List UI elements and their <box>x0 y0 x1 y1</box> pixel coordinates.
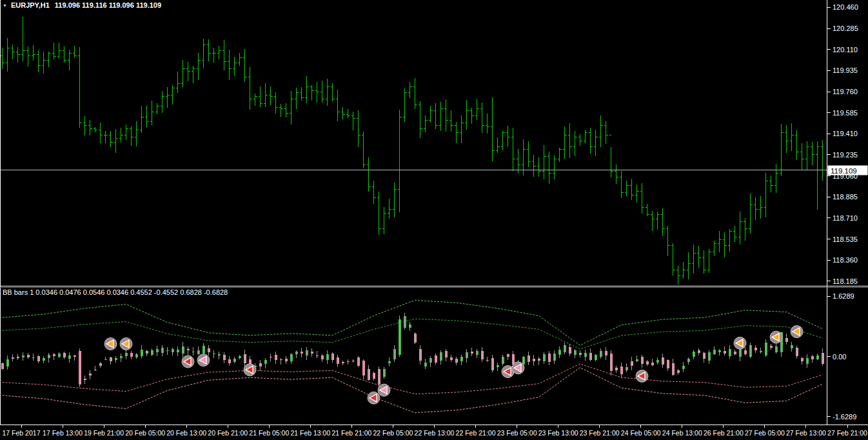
sub-plot[interactable] <box>1 300 824 412</box>
signal-marker <box>104 337 117 350</box>
svg-text:22 Feb 13:00: 22 Feb 13:00 <box>415 429 455 437</box>
svg-text:20 Feb 13:00: 20 Feb 13:00 <box>166 429 206 437</box>
svg-text:118.360: 118.360 <box>833 256 858 264</box>
svg-text:20 Feb 21:00: 20 Feb 21:00 <box>208 429 248 437</box>
svg-text:19 Feb 21:00: 19 Feb 21:00 <box>84 429 124 437</box>
svg-text:26 Feb 21:00: 26 Feb 21:00 <box>704 429 744 437</box>
signal-marker <box>734 337 746 349</box>
svg-text:120.285: 120.285 <box>833 25 858 32</box>
signal-marker <box>512 362 524 374</box>
signal-marker <box>182 355 194 368</box>
svg-text:27 Feb 21:00: 27 Feb 21:00 <box>827 429 867 437</box>
signal-marker <box>378 384 390 396</box>
svg-text:119.410: 119.410 <box>833 130 858 137</box>
svg-text:21 Feb 05:00: 21 Feb 05:00 <box>249 429 289 437</box>
signal-marker <box>770 331 782 343</box>
svg-text:27 Feb 05:00: 27 Feb 05:00 <box>745 429 785 437</box>
signal-marker <box>244 364 256 376</box>
indicator-axis[interactable]: 1.62890.00-1.6289 <box>827 292 857 421</box>
svg-text:-1.6289: -1.6289 <box>833 413 856 421</box>
svg-text:119.935: 119.935 <box>833 66 858 74</box>
svg-text:23 Feb 21:00: 23 Feb 21:00 <box>580 429 620 437</box>
svg-text:22 Feb 05:00: 22 Feb 05:00 <box>373 429 413 437</box>
svg-text:120.460: 120.460 <box>833 3 858 11</box>
current-price-label: 119.109 <box>828 166 868 175</box>
signal-marker <box>120 337 132 350</box>
main-plot[interactable] <box>0 17 827 285</box>
svg-text:21 Feb 21:00: 21 Feb 21:00 <box>331 429 371 437</box>
svg-text:0.00: 0.00 <box>833 353 846 361</box>
svg-text:119.109: 119.109 <box>831 167 857 175</box>
svg-text:17 Feb 2017: 17 Feb 2017 <box>3 429 41 437</box>
svg-text:119.760: 119.760 <box>833 88 858 95</box>
bb-band-lower-inner <box>3 364 823 394</box>
price-bars <box>1 17 825 285</box>
svg-text:118.885: 118.885 <box>833 193 858 201</box>
svg-text:120.110: 120.110 <box>833 46 858 54</box>
svg-text:119.585: 119.585 <box>833 109 858 117</box>
svg-text:24 Feb 13:00: 24 Feb 13:00 <box>662 429 702 437</box>
svg-text:119.235: 119.235 <box>833 151 858 159</box>
svg-text:23 Feb 13:00: 23 Feb 13:00 <box>538 429 578 437</box>
svg-text:118.535: 118.535 <box>833 235 858 243</box>
svg-text:27 Feb 13:00: 27 Feb 13:00 <box>786 429 826 437</box>
signal-marker <box>197 354 210 366</box>
bb-band-lower-outer <box>3 368 823 413</box>
svg-text:23 Feb 05:00: 23 Feb 05:00 <box>497 429 537 437</box>
svg-text:22 Feb 21:00: 22 Feb 21:00 <box>456 429 496 437</box>
signal-marker <box>636 370 648 382</box>
signal-marker <box>368 392 380 404</box>
svg-text:118.185: 118.185 <box>833 277 858 285</box>
price-axis[interactable]: 120.460120.285120.110119.935119.760119.5… <box>827 3 858 285</box>
window-frame <box>1 0 827 425</box>
svg-text:17 Feb 13:00: 17 Feb 13:00 <box>43 429 83 437</box>
time-axis[interactable]: 17 Feb 201717 Feb 13:0019 Feb 21:0020 Fe… <box>3 425 868 437</box>
svg-text:1.6289: 1.6289 <box>833 292 854 300</box>
svg-text:20 Feb 05:00: 20 Feb 05:00 <box>125 429 165 437</box>
signal-marker <box>791 326 803 338</box>
bb-candles <box>1 316 824 385</box>
chart-canvas[interactable]: 120.460120.285120.110119.935119.760119.5… <box>0 0 868 440</box>
mt4-chart-window: 120.460120.285120.110119.935119.760119.5… <box>0 0 868 440</box>
svg-text:24 Feb 05:00: 24 Feb 05:00 <box>621 429 661 437</box>
svg-text:118.710: 118.710 <box>833 214 858 222</box>
svg-text:21 Feb 13:00: 21 Feb 13:00 <box>290 429 330 437</box>
